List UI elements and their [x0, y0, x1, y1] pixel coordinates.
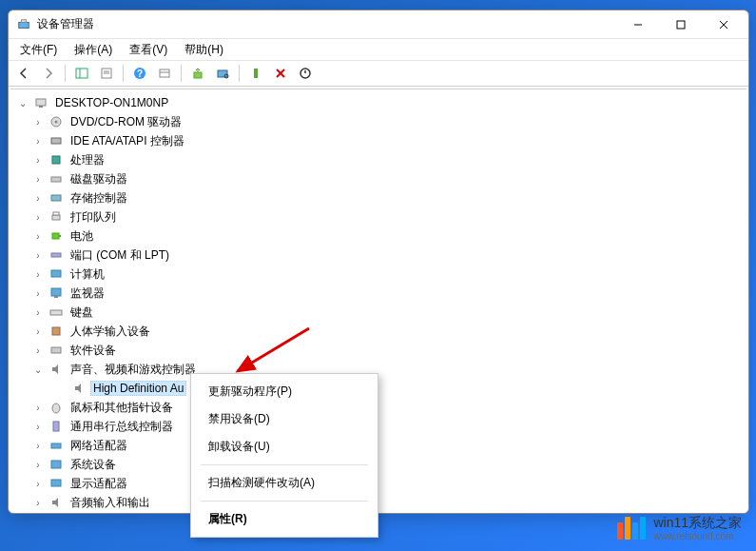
svg-rect-16 — [218, 70, 227, 77]
close-button[interactable] — [702, 11, 745, 38]
expand-icon[interactable]: › — [31, 267, 45, 281]
expand-icon[interactable]: › — [31, 305, 45, 319]
tree-item[interactable]: ›IDE ATA/ATAPI 控制器 — [12, 131, 745, 150]
expand-icon[interactable]: › — [31, 115, 45, 128]
tree-root[interactable]: ⌄ DESKTOP-ON1M0NP — [12, 93, 745, 112]
expand-icon[interactable]: › — [31, 134, 45, 148]
tree-item[interactable]: ›监视器 — [12, 284, 745, 303]
svg-rect-36 — [51, 288, 61, 296]
dvd-icon — [48, 114, 64, 129]
expand-icon[interactable]: › — [31, 496, 45, 509]
update-driver-button[interactable] — [186, 63, 209, 84]
properties-button[interactable] — [95, 63, 118, 84]
expand-icon[interactable]: › — [31, 458, 45, 471]
tree-item[interactable]: ›DVD/CD-ROM 驱动器 — [12, 112, 745, 131]
svg-rect-26 — [51, 138, 61, 144]
maximize-button[interactable] — [659, 11, 702, 38]
svg-rect-18 — [254, 69, 258, 78]
toolbar-separator — [123, 65, 124, 82]
expand-icon[interactable]: ⌄ — [31, 363, 45, 376]
forward-button[interactable] — [37, 63, 60, 84]
expand-icon[interactable]: › — [31, 210, 45, 224]
toolbar-separator — [181, 65, 182, 82]
battery-icon — [48, 228, 64, 244]
tree-item[interactable]: ›键盘 — [12, 303, 745, 322]
expand-icon[interactable]: › — [31, 325, 45, 338]
expand-icon[interactable]: › — [31, 172, 45, 186]
back-button[interactable] — [12, 63, 35, 84]
expand-icon[interactable]: › — [31, 248, 45, 262]
tree-item[interactable]: ›打印队列 — [12, 207, 745, 226]
help-button[interactable]: ? — [128, 63, 151, 84]
tree-item[interactable]: ›存储控制器 — [12, 188, 745, 207]
svg-rect-23 — [39, 106, 43, 108]
watermark: win11系统之家 www.relsound.com — [617, 515, 742, 541]
tree-item[interactable]: ›计算机 — [12, 265, 745, 284]
expand-icon[interactable]: › — [31, 477, 45, 490]
expand-icon[interactable]: ⌄ — [16, 96, 29, 109]
display-icon — [48, 476, 64, 491]
device-manager-window: 设备管理器 文件(F) 操作(A) 查看(V) 帮助(H) ? — [8, 10, 749, 514]
disable-device-button[interactable] — [294, 63, 317, 84]
tree-item-sound[interactable]: ⌄声音、视频和游戏控制器 — [12, 360, 745, 379]
ctx-scan-hardware[interactable]: 扫描检测硬件改动(A) — [193, 469, 376, 497]
app-icon — [16, 17, 31, 32]
ctx-update-driver[interactable]: 更新驱动程序(P) — [193, 378, 376, 405]
window-title: 设备管理器 — [37, 16, 616, 32]
expand-icon[interactable]: › — [31, 229, 45, 243]
expand-icon[interactable]: › — [31, 191, 45, 205]
hid-icon — [48, 324, 64, 339]
expand-icon[interactable]: › — [31, 286, 45, 300]
enable-device-button[interactable] — [244, 63, 267, 84]
storage-icon — [48, 190, 64, 206]
device-tree[interactable]: ⌄ DESKTOP-ON1M0NP ›DVD/CD-ROM 驱动器 ›IDE A… — [10, 89, 746, 511]
tree-item[interactable]: ›音频输入和输出 — [12, 493, 745, 511]
tree-item[interactable]: ›端口 (COM 和 LPT) — [12, 246, 745, 265]
show-hide-tree-button[interactable] — [70, 63, 93, 84]
tree-item[interactable]: ›鼠标和其他指针设备 — [12, 398, 745, 417]
tree-item[interactable]: ›处理器 — [12, 150, 745, 169]
toolbar-separator — [65, 65, 66, 82]
svg-rect-31 — [53, 212, 59, 215]
svg-rect-15 — [194, 72, 202, 78]
context-menu-separator — [201, 501, 368, 502]
expand-icon[interactable]: › — [31, 420, 45, 433]
monitor-icon — [48, 285, 64, 301]
expand-icon[interactable]: › — [31, 401, 45, 414]
toolbar: ? — [9, 60, 748, 87]
tree-item-hd-audio[interactable]: High Definition Au — [12, 379, 745, 398]
svg-point-25 — [55, 121, 58, 124]
expand-icon[interactable]: › — [31, 439, 45, 452]
svg-rect-27 — [52, 156, 60, 164]
menu-action[interactable]: 操作(A) — [67, 40, 120, 60]
svg-rect-13 — [160, 69, 169, 77]
expand-icon[interactable]: › — [31, 344, 45, 357]
context-menu-separator — [201, 464, 368, 465]
ctx-uninstall-device[interactable]: 卸载设备(U) — [193, 433, 376, 461]
printer-icon — [48, 209, 64, 225]
ctx-properties[interactable]: 属性(R) — [193, 505, 376, 533]
ctx-disable-device[interactable]: 禁用设备(D) — [193, 405, 376, 433]
ide-icon — [48, 133, 64, 148]
tree-item[interactable]: ›通用串行总线控制器 — [12, 417, 745, 436]
disk-icon — [48, 171, 64, 187]
tree-item[interactable]: ›网络适配器 — [12, 436, 745, 455]
tree-item[interactable]: ›显示适配器 — [12, 474, 745, 493]
tree-item[interactable]: ›人体学输入设备 — [12, 322, 745, 341]
port-icon — [48, 247, 64, 263]
scan-hardware-button[interactable] — [211, 63, 234, 84]
network-icon — [48, 438, 64, 453]
tree-item[interactable]: ›磁盘驱动器 — [12, 169, 745, 188]
tree-item[interactable]: ›电池 — [12, 226, 745, 246]
tree-root-label: DESKTOP-ON1M0NP — [52, 95, 171, 110]
menu-help[interactable]: 帮助(H) — [177, 40, 231, 60]
menu-file[interactable]: 文件(F) — [12, 40, 65, 60]
uninstall-device-button[interactable] — [269, 63, 292, 84]
minimize-button[interactable] — [616, 11, 659, 38]
tree-item[interactable]: ›软件设备 — [12, 341, 745, 360]
expand-icon[interactable]: › — [31, 153, 45, 167]
context-menu: 更新驱动程序(P) 禁用设备(D) 卸载设备(U) 扫描检测硬件改动(A) 属性… — [190, 373, 378, 538]
menu-view[interactable]: 查看(V) — [122, 40, 175, 60]
tree-item[interactable]: ›系统设备 — [12, 455, 745, 474]
view-button[interactable] — [153, 63, 176, 84]
